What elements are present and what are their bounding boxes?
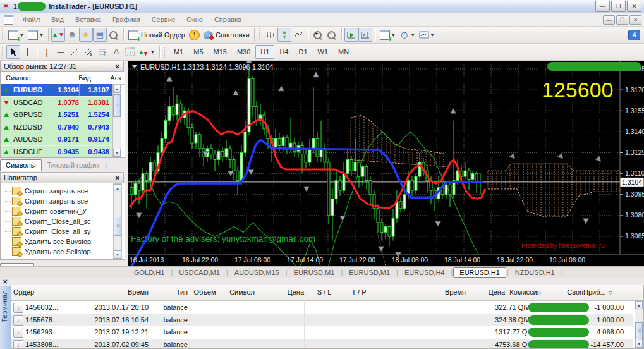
market-watch-row-EURUSD[interactable]: EURUSD1.31041.3107 (1, 84, 112, 97)
templates-button[interactable]: ▼ (417, 28, 437, 42)
timeframe-button-H1[interactable]: H1 (255, 45, 274, 59)
close-button[interactable]: ✕ (627, 1, 641, 12)
chart-tab-USDCAD,M1[interactable]: USDCAD,M1 (173, 268, 226, 277)
navigator-script-item[interactable]: ·····Скрипт-советник_У (1, 206, 112, 216)
market-watch-toggle[interactable]: ▲▼ (51, 28, 65, 42)
timeframe-button-MN[interactable]: MN (333, 45, 354, 59)
terminal-toggle[interactable]: ▤ (93, 28, 107, 42)
close-icon[interactable]: ✕ (115, 174, 120, 181)
new-order-button[interactable]: +Новый Ордер (126, 28, 187, 42)
terminal-col-8[interactable]: Время (374, 288, 466, 296)
timeframe-button-M1[interactable]: M1 (169, 45, 188, 59)
menu-item-Сервис[interactable]: Сервис (146, 16, 181, 23)
candlestick-button[interactable] (277, 28, 291, 42)
terminal-col-9[interactable]: Цена (466, 288, 505, 296)
timeframe-button-W1[interactable]: W1 (313, 45, 334, 59)
tab-Тиковый график[interactable]: Тиковый график (42, 159, 106, 171)
mdi-child-icon[interactable] (4, 15, 13, 25)
timeframe-button-M15[interactable]: M15 (209, 45, 232, 59)
zoom-out-button[interactable]: − (325, 28, 339, 42)
menu-item-Вид[interactable]: Вид (46, 16, 70, 23)
timeframe-button-H4[interactable]: H4 (274, 45, 293, 59)
terminal-row[interactable]: ↓1456032...2013.07.17 20:10balance322.71… (11, 302, 633, 314)
mdi-restore-button[interactable]: ❐ (616, 15, 628, 25)
terminal-row[interactable]: ↓1453808...2013.07.02 09:45balance4753.6… (11, 339, 633, 349)
scroll-up-icon[interactable]: ▲ (114, 184, 121, 192)
tab-Символы[interactable]: Символы (0, 159, 42, 171)
terminal-col-1[interactable]: Время (65, 288, 149, 296)
close-icon[interactable]: ✕ (115, 63, 120, 70)
text-button[interactable]: A (109, 45, 123, 59)
navigator-scrollbar[interactable]: ▲ ▼ (113, 183, 122, 259)
navigator-toggle[interactable]: ★ (79, 28, 93, 42)
menu-item-Справка[interactable]: Справка (209, 16, 247, 23)
navigator-script-item[interactable]: ·····Скрипт_Close_all_sc (1, 216, 112, 226)
scrollbar-thumb[interactable] (114, 217, 121, 236)
scroll-up-icon[interactable]: ▲ (635, 301, 643, 309)
navigator-script-item[interactable]: ·····Скрипт_Close_all_sy (1, 226, 112, 236)
toolbar-grip[interactable] (1, 46, 4, 58)
cursor-button[interactable] (6, 45, 20, 59)
scrollbar-thumb[interactable] (113, 94, 121, 117)
terminal-col-6[interactable]: S / L (304, 288, 344, 296)
maximize-button[interactable]: ❐ (611, 1, 626, 12)
timeframe-button-D1[interactable]: D1 (293, 45, 312, 59)
chart-shift-toggle[interactable] (358, 28, 372, 42)
trendline-button[interactable] (68, 45, 82, 59)
chart-tab-EURUSD,H4[interactable]: EURUSD,H4 (399, 268, 451, 277)
arrows-button[interactable]: ▲▼▼ (137, 45, 157, 59)
scroll-down-icon[interactable]: ▼ (635, 340, 643, 348)
chart-window[interactable]: Factory of the advisers: yuriytokman@gma… (128, 61, 644, 266)
vertical-line-button[interactable]: | (40, 45, 54, 59)
chat-notification-badge[interactable]: 4 (628, 30, 640, 40)
line-chart-button[interactable] (291, 28, 305, 42)
menu-item-Графики[interactable]: Графики (107, 16, 146, 23)
terminal-vertical-tab[interactable]: Терминал (0, 286, 11, 349)
data-window-toggle[interactable]: ⊕ (65, 28, 79, 42)
navigator-script-item[interactable]: ·····Удалить все Sellstop (1, 247, 112, 257)
market-watch-row-AUDUSD[interactable]: AUDUSD0.91710.9174 (1, 133, 112, 146)
menu-item-Файл[interactable]: Файл (17, 16, 46, 23)
terminal-col-7[interactable]: T / P (344, 288, 374, 296)
chart-tab-EURUSD,M1[interactable]: EURUSD,M1 (288, 268, 341, 277)
auto-scroll-toggle[interactable] (344, 28, 358, 42)
terminal-col-12[interactable]: Приб...▽ (583, 288, 621, 296)
chart-tab-EURUSD,H1[interactable]: EURUSD,H1 (453, 267, 506, 278)
scrollbar-thumb[interactable] (635, 322, 643, 340)
market-watch-scrollbar[interactable]: ▲ ▼ (112, 84, 121, 157)
profiles-button[interactable]: ▼ (26, 28, 46, 42)
scroll-down-icon[interactable]: ▼ (114, 250, 121, 259)
terminal-col-4[interactable]: Символ (222, 288, 262, 296)
crosshair-button[interactable] (20, 45, 34, 59)
terminal-row[interactable]: ↓1456293...2013.07.19 12:21balance1317.7… (11, 326, 633, 339)
strategy-tester-toggle[interactable] (107, 28, 121, 42)
terminal-col-2[interactable]: Тип (149, 288, 188, 296)
toolbar-grip[interactable] (1, 28, 4, 41)
timeframe-button-M5[interactable]: M5 (188, 45, 208, 59)
market-watch-row-GBPUSD[interactable]: GBPUSD1.52511.5254 (1, 109, 112, 121)
horizontal-line-button[interactable]: — (54, 45, 68, 59)
scroll-down-icon[interactable]: ▼ (113, 149, 121, 157)
text-label-button[interactable]: T (123, 45, 137, 59)
terminal-col-11[interactable]: Своп (545, 288, 583, 296)
menu-item-Окно[interactable]: Окно (181, 16, 209, 23)
navigator-script-item[interactable]: ·····Удалить все Buystop (1, 236, 112, 247)
market-watch-row-USDCAD[interactable]: USDCAD1.03781.0381 (1, 97, 112, 109)
close-icon[interactable]: ✕ (3, 278, 8, 285)
channel-button[interactable]: E (82, 45, 95, 59)
menu-item-Вставка[interactable]: Вставка (70, 16, 107, 23)
periods-button[interactable]: ◷▼ (398, 28, 417, 42)
scroll-up-icon[interactable]: ▲ (113, 85, 121, 93)
terminal-col-5[interactable]: Цена (262, 288, 304, 296)
advisors-button[interactable]: Советники (202, 28, 252, 42)
market-watch-row-NZDUSD[interactable]: NZDUSD0.79400.7943 (1, 121, 112, 134)
new-chart-button[interactable]: +▼ (6, 28, 26, 42)
terminal-row[interactable]: ↓1455678...2013.07.16 10:54balance324.38… (11, 314, 633, 327)
chart-tab-EURUSD,M1[interactable]: EURUSD,M1 (343, 268, 396, 277)
navigator-script-item[interactable]: ·····Скрипт закрыть все (1, 186, 112, 196)
fibonacci-button[interactable]: F (95, 45, 109, 59)
toolbar-grip[interactable] (258, 28, 261, 41)
timeframe-button-M30[interactable]: M30 (232, 45, 255, 59)
terminal-col-10[interactable]: Комиссия (505, 288, 545, 296)
mdi-minimize-button[interactable]: — (603, 15, 615, 25)
